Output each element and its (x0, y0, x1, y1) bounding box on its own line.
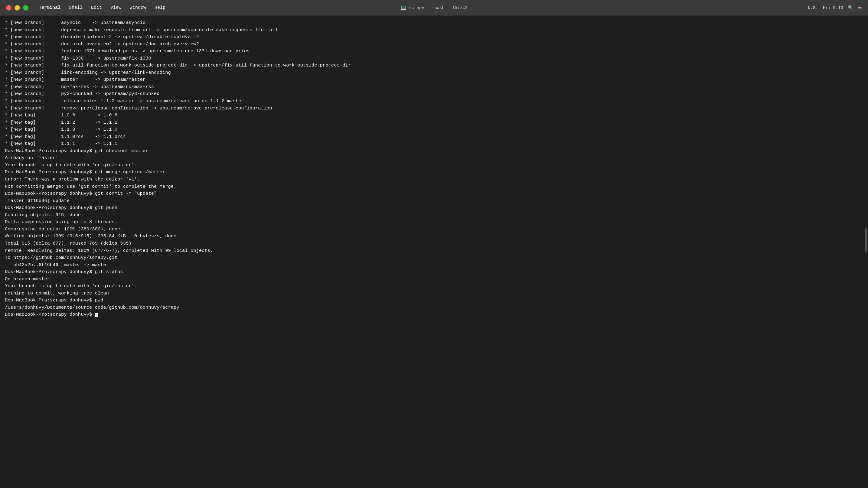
menu-view[interactable]: View (107, 4, 125, 11)
terminal-line: Dos-MacBook-Pro:scrapy donhuvy$ git comm… (5, 190, 863, 197)
close-button[interactable] (6, 5, 11, 10)
terminal-line: * [new tag] 1.1.2 -> 1.1.2 (5, 119, 863, 126)
title-bar-center: 💻 scrapy — -bash — 157×42 (400, 5, 467, 11)
traffic-lights (6, 5, 28, 10)
terminal-line: Compressing objects: 100% (380/380), don… (5, 226, 863, 233)
terminal-line: remote: Resolving deltas: 100% (677/677)… (5, 247, 863, 255)
terminal-line: * [new branch] fix-util-function-to-work… (5, 62, 863, 69)
title-bar-left: Terminal Shell Edit View Window Help (6, 4, 169, 11)
terminal-line: * [new branch] link-encoding -> upstream… (5, 69, 863, 76)
scrollbar[interactable] (864, 16, 867, 488)
terminal-line: nothing to commit, working tree clean (5, 290, 863, 297)
time-display: Fri 9:13 (823, 5, 843, 10)
title-bar-right: U.S. Fri 9:13 🔍 ☰ (808, 5, 862, 10)
menu-help[interactable]: Help (151, 4, 169, 11)
terminal-line: * [new branch] no-max-rss -> upstream/no… (5, 84, 863, 91)
window-title: scrapy — -bash — 157×42 (409, 5, 467, 10)
terminal-line: Already on 'master' (5, 155, 863, 162)
terminal-content[interactable]: * [new branch] asyncio -> upstream/async… (0, 16, 868, 488)
terminal-line: * [new tag] 1.1.0 -> 1.1.0 (5, 126, 863, 133)
title-bar: Terminal Shell Edit View Window Help 💻 s… (0, 0, 868, 16)
terminal-line: Dos-MacBook-Pro:scrapy donhuvy$ (5, 311, 863, 318)
terminal-line: * [new branch] doc-arch-overview2 -> ups… (5, 41, 863, 48)
scrollbar-thumb[interactable] (865, 228, 867, 253)
search-icon[interactable]: 🔍 (848, 5, 853, 10)
terminal-line: Delta compression using up to 8 threads. (5, 219, 863, 226)
terminal-line: Dos-MacBook-Pro:scrapy donhuvy$ git stat… (5, 268, 863, 276)
terminal-line: Not committing merge; use 'git commit' t… (5, 183, 863, 191)
terminal-line: * [new tag] 1.1.1 -> 1.1.1 (5, 140, 863, 148)
menu-bar: Terminal Shell Edit View Window Help (31, 4, 169, 11)
terminal-line: * [new branch] feature-1371-download-pri… (5, 48, 863, 55)
terminal-line: * [new tag] 1.1.0rc4 -> 1.1.0rc4 (5, 133, 863, 140)
terminal-line: * [new branch] asyncio -> upstream/async… (5, 19, 863, 27)
minimize-button[interactable] (14, 5, 20, 10)
menu-window[interactable]: Window (126, 4, 150, 11)
terminal-line: * [new branch] fix-1330 -> upstream/fix-… (5, 55, 863, 62)
terminal-line: Dos-MacBook-Pro:scrapy donhuvy$ pwd (5, 297, 863, 304)
terminal-line: * [new branch] release-notes-1.1.2-maste… (5, 98, 863, 105)
terminal-line: Writing objects: 100% (915/915), 235.84 … (5, 233, 863, 240)
terminal-line: error: There was a problem with the edit… (5, 176, 863, 183)
terminal-line: * [new tag] 1.0.6 -> 1.0.6 (5, 112, 863, 119)
terminal-line: /Users/donhuvy/Documents/source_code/git… (5, 304, 863, 312)
terminal-line: To https://github.com/donhuvy/scrapy.git (5, 254, 863, 262)
terminal-line: Dos-MacBook-Pro:scrapy donhuvy$ git merg… (5, 169, 863, 176)
control-icon[interactable]: ☰ (858, 5, 862, 10)
terminal-line: ab42e2b..6f16b46 master -> master (5, 262, 863, 269)
terminal-line: Your branch is up-to-date with 'origin/m… (5, 162, 863, 169)
terminal-icon: 💻 (400, 5, 406, 11)
terminal-line: Dos-MacBook-Pro:scrapy donhuvy$ git push (5, 204, 863, 212)
maximize-button[interactable] (23, 5, 28, 10)
terminal-line: [master 6f16b46] update (5, 197, 863, 205)
menu-edit[interactable]: Edit (87, 4, 105, 11)
terminal-line: Your branch is up-to-date with 'origin/m… (5, 283, 863, 290)
terminal-line: Total 915 (delta 677), reused 769 (delta… (5, 240, 863, 247)
terminal-line: * [new branch] remove-prerelease-configu… (5, 105, 863, 112)
locale-indicator: U.S. (808, 5, 818, 10)
terminal-line: Dos-MacBook-Pro:scrapy donhuvy$ git chec… (5, 148, 863, 155)
terminal-cursor (95, 313, 98, 317)
terminal-line: * [new branch] py3-chunked -> upstream/p… (5, 90, 863, 98)
menu-shell[interactable]: Shell (65, 4, 86, 11)
terminal-line: Counting objects: 915, done. (5, 212, 863, 219)
terminal-line: * [new branch] disable-toplevel-2 -> ups… (5, 34, 863, 41)
menu-terminal[interactable]: Terminal (35, 4, 64, 11)
terminal-line: On branch master (5, 276, 863, 283)
terminal-line: * [new branch] deprecate-make-requests-f… (5, 27, 863, 34)
terminal-line: * [new branch] master -> upstream/master (5, 76, 863, 84)
